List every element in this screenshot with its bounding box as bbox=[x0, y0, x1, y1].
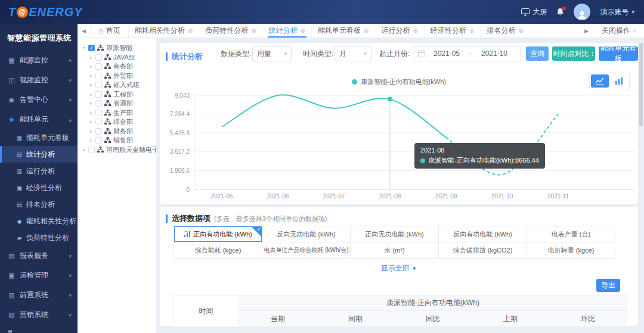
tabs-scroll-left-icon[interactable]: ◀ bbox=[78, 24, 91, 38]
tab[interactable]: 负荷特性分析 ⊗ bbox=[199, 24, 262, 38]
tree-node[interactable]: ▸ 综合部 bbox=[81, 117, 156, 127]
tree-caret-icon[interactable]: ▸ bbox=[81, 147, 87, 153]
time-type-select[interactable]: 月 ▾ bbox=[335, 46, 371, 61]
data-item-cell[interactable]: 电折标量 (kgce) bbox=[527, 242, 615, 259]
tree-caret-icon[interactable]: ▸ bbox=[88, 119, 94, 125]
tree-caret-icon[interactable]: ▸ bbox=[88, 82, 94, 88]
data-item-cell[interactable]: 正向有功电能 (kWh) ✓ bbox=[174, 226, 262, 242]
tree-caret-icon[interactable]: ▸ bbox=[88, 138, 94, 143]
data-item-cell[interactable]: 水 (m³) bbox=[351, 242, 439, 259]
data-item-cell[interactable]: 综合碳排放 (kgCO2) bbox=[439, 242, 527, 259]
tab[interactable]: 能耗单元看板 ⊗ bbox=[312, 24, 375, 38]
sidebar-item[interactable]: ▰ 负荷特性分析 bbox=[0, 229, 78, 246]
tree-node[interactable]: ▸ 财务部 bbox=[81, 127, 156, 136]
sidebar-group[interactable]: ◉ 告警中心 ▾ bbox=[0, 90, 78, 110]
tabs-scroll-right-icon[interactable]: ▶ bbox=[580, 24, 593, 38]
export-button[interactable]: 导出 bbox=[596, 279, 620, 292]
sidebar-group[interactable]: ▣ 运检管理 ▾ bbox=[0, 266, 78, 285]
sidebar-item[interactable]: ▦ 能耗单元看板 bbox=[0, 129, 78, 146]
sidebar-item[interactable]: ▤ 统计分析 bbox=[0, 146, 78, 163]
avatar[interactable] bbox=[574, 4, 590, 20]
sidebar-group[interactable]: ▤ 报表服务 ▾ bbox=[0, 246, 78, 266]
tree-node[interactable]: ▸ 销售部 bbox=[81, 136, 156, 145]
sidebar-group[interactable]: ▥ 前置系统 ▾ bbox=[0, 285, 78, 305]
range-end-value[interactable]: 2021-10 bbox=[473, 49, 516, 58]
tree-checkbox[interactable] bbox=[95, 100, 102, 107]
chart-legend[interactable]: 康派智能-正向有功电能(kWh) bbox=[160, 77, 638, 86]
query-button[interactable]: 查询 bbox=[526, 46, 549, 61]
tab[interactable]: 运行分析 ⊗ bbox=[375, 24, 424, 38]
tree-node[interactable]: ▸ 商务部 bbox=[81, 62, 156, 71]
tab[interactable]: 统计分析 ⊗ bbox=[263, 24, 312, 38]
menu-collapse-icon[interactable]: ≡ bbox=[0, 325, 78, 333]
sidebar-group[interactable]: ▦ 能源监控 ▾ bbox=[0, 51, 78, 70]
tree-checkbox[interactable] bbox=[95, 63, 102, 70]
data-item-cell[interactable]: 综合能耗 (kgce) bbox=[174, 242, 262, 259]
tab-close-icon[interactable]: ⊗ bbox=[413, 27, 417, 34]
energy-unit-board-button[interactable]: 能耗单元看板 bbox=[599, 46, 638, 61]
sidebar-item[interactable]: ▤ 排名分析 bbox=[0, 196, 78, 213]
tab[interactable]: 经济性分析 ⊗ bbox=[425, 24, 481, 38]
tree-node[interactable]: ▸ 外贸部 bbox=[81, 71, 156, 81]
close-operations-dropdown[interactable]: 关闭操作 ▾ bbox=[593, 24, 644, 38]
tree-node[interactable]: ▸ 生产部 bbox=[81, 108, 156, 118]
tree-node[interactable]: ▸ JAVA组 bbox=[81, 53, 156, 63]
notification-bell-icon[interactable] bbox=[556, 8, 564, 16]
tree-node[interactable]: ▸ 嵌入式组 bbox=[81, 80, 156, 90]
tab-close-icon[interactable]: ⊗ bbox=[518, 27, 523, 34]
tree-node-label: 河南航天金穗电子有 bbox=[106, 145, 156, 154]
tree-checkbox[interactable] bbox=[95, 82, 102, 88]
tree-caret-icon[interactable]: ▸ bbox=[88, 110, 94, 116]
tree-checkbox[interactable]: ✓ bbox=[88, 45, 95, 51]
time-compare-button[interactable]: 时间点对比 ↕ bbox=[552, 46, 595, 61]
sidebar-item[interactable]: ◆ 能耗相关性分析 bbox=[0, 213, 78, 229]
big-screen-button[interactable]: 大屏 bbox=[521, 7, 547, 17]
data-item-cell[interactable]: 反向有功电能 (kWh) bbox=[439, 226, 527, 242]
data-item-cell[interactable]: 反向无功电能 (kWh) bbox=[262, 226, 351, 242]
tree-caret-icon[interactable]: ▸ bbox=[88, 55, 94, 60]
sidebar-item[interactable]: ▣ 经济性分析 bbox=[0, 179, 78, 196]
tab[interactable]: 能耗相关性分析 ⊗ bbox=[129, 24, 199, 38]
data-item-cell[interactable]: 电表产量 (台) bbox=[527, 226, 615, 242]
tree-node[interactable]: ▸ 河南航天金穗电子有 bbox=[81, 145, 156, 155]
vertical-scrollbar[interactable] bbox=[639, 43, 643, 126]
tree-caret-icon[interactable]: ▸ bbox=[88, 101, 94, 106]
tree-node[interactable]: ▸ 资源部 bbox=[81, 99, 156, 108]
line-chart-toggle-button[interactable] bbox=[591, 74, 609, 88]
data-item-cell[interactable]: 正向无功电能 (kWh) bbox=[351, 226, 439, 242]
tab-close-icon[interactable]: ⊗ bbox=[301, 27, 305, 34]
tree-caret-icon[interactable]: ▸ bbox=[88, 64, 94, 69]
tab[interactable]: 排名分析 ⊗ bbox=[481, 24, 530, 38]
data-type-select[interactable]: 用量 ▾ bbox=[252, 46, 292, 61]
show-all-toggle[interactable]: 显示全部 ▼ bbox=[160, 263, 638, 273]
tree-checkbox[interactable] bbox=[88, 147, 95, 153]
tab-close-icon[interactable]: ⊗ bbox=[364, 27, 369, 34]
tree-checkbox[interactable] bbox=[95, 119, 102, 125]
sidebar-group[interactable]: ▧ 营销系统 ▾ bbox=[0, 305, 78, 325]
tree-caret-icon[interactable]: ▸ bbox=[88, 129, 94, 134]
tree-node[interactable]: ▸ 工程部 bbox=[81, 90, 156, 99]
tree-checkbox[interactable] bbox=[95, 73, 102, 79]
sidebar-group[interactable]: ◈ 能耗单元 ▴ bbox=[0, 110, 78, 129]
sidebar-item[interactable]: ▥ 运行分析 bbox=[0, 163, 78, 179]
line-chart[interactable]: 9,0437,234.45,425.83,617.21,808.602021-0… bbox=[160, 88, 638, 203]
tree-checkbox[interactable] bbox=[95, 137, 102, 144]
tab-close-icon[interactable]: ⊗ bbox=[251, 27, 256, 34]
tree-checkbox[interactable] bbox=[95, 91, 102, 98]
account-menu[interactable]: 演示账号 ▾ bbox=[600, 7, 634, 17]
tree-checkbox[interactable] bbox=[95, 54, 102, 61]
month-range-picker[interactable]: 2021-05 - 2021-10 bbox=[413, 46, 521, 61]
range-start-value[interactable]: 2021-05 bbox=[425, 49, 468, 58]
data-item-cell[interactable]: 电表单位产品综合能耗 (kWh/台) bbox=[262, 242, 351, 259]
tab-close-icon[interactable]: ⊗ bbox=[188, 27, 193, 34]
sidebar-group[interactable]: ◫ 视频监控 ▾ bbox=[0, 70, 78, 90]
tree-caret-icon[interactable]: ▸ bbox=[88, 73, 94, 79]
bar-chart-toggle-button[interactable] bbox=[610, 74, 628, 88]
tree-caret-icon[interactable]: ▸ bbox=[88, 92, 94, 97]
tree-node[interactable]: ▾ ✓ 康派智能 bbox=[81, 43, 156, 53]
tree-checkbox[interactable] bbox=[95, 110, 102, 116]
tree-checkbox[interactable] bbox=[95, 128, 102, 135]
tab-home[interactable]: ⌂ 首页 bbox=[91, 24, 129, 38]
tab-close-icon[interactable]: ⊗ bbox=[469, 27, 474, 34]
tree-caret-icon[interactable]: ▾ bbox=[81, 45, 87, 51]
